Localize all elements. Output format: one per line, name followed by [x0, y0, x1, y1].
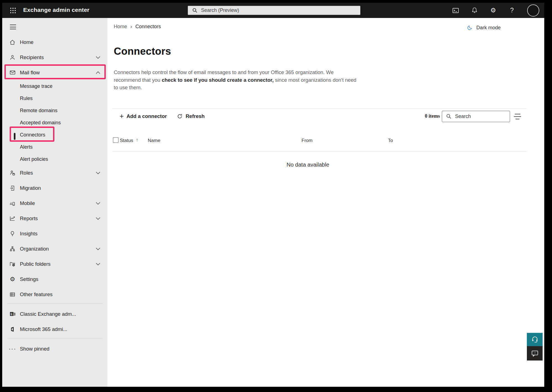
sidebar-item-show-pinned[interactable]: ··· Show pinned	[2, 341, 107, 356]
chevron-down-icon	[96, 56, 100, 59]
sidebar-item-accepted-domains[interactable]: Accepted domains	[2, 117, 107, 129]
folder-globe-icon	[9, 261, 16, 267]
help-icon[interactable]: ?	[508, 7, 516, 14]
sidebar-item-mobile[interactable]: Mobile	[2, 196, 107, 211]
mail-icon	[9, 69, 16, 76]
chevron-down-icon	[96, 217, 100, 220]
headset-icon	[531, 336, 539, 343]
lightbulb-icon	[9, 230, 16, 237]
toolbar: + Add a connector Refresh	[120, 111, 205, 122]
org-chart-icon	[9, 246, 16, 252]
roles-person-icon	[9, 170, 16, 176]
column-header-status[interactable]: Status	[120, 138, 133, 143]
select-all-checkbox[interactable]	[113, 137, 118, 143]
person-icon	[9, 54, 16, 61]
column-header-name[interactable]: Name	[148, 138, 160, 143]
items-count: 0 items	[425, 113, 440, 119]
selected-item-indicator	[14, 133, 15, 140]
sidebar-item-settings[interactable]: ⚙ Settings	[2, 272, 107, 287]
refresh-button[interactable]: Refresh	[177, 113, 205, 119]
chevron-up-icon	[96, 71, 100, 74]
create-connector-check-link[interactable]: check to see if you should create a conn…	[162, 77, 274, 83]
plus-icon: +	[120, 112, 124, 120]
breadcrumb-current: Connectors	[135, 24, 161, 30]
sidebar-nav: Home Recipients Mail flow	[2, 18, 107, 387]
chevron-down-icon	[96, 248, 100, 250]
screenshot-frame: Exchange admin center ⚙	[0, 0, 552, 392]
column-header-from[interactable]: From	[302, 138, 313, 143]
toolbar-top-divider	[112, 108, 527, 109]
sidebar-item-roles[interactable]: Roles	[2, 165, 107, 180]
column-header-to[interactable]: To	[388, 138, 393, 143]
empty-state-text: No data available	[107, 162, 508, 168]
sidebar-item-microsoft-365-admin[interactable]: Microsoft 365 admi...	[2, 322, 107, 337]
app-launcher-waffle-icon[interactable]	[10, 7, 16, 14]
breadcrumb: Home › Connectors	[114, 23, 161, 30]
mobile-devices-icon	[9, 200, 16, 207]
sidebar-item-reports[interactable]: Reports	[2, 211, 107, 226]
table-search-box[interactable]	[442, 111, 510, 122]
table-header-divider	[112, 151, 527, 151]
account-avatar[interactable]	[527, 4, 539, 17]
sidebar-item-alerts[interactable]: Alerts	[2, 141, 107, 153]
feedback-chat-icon	[531, 349, 539, 357]
notifications-bell-icon[interactable]	[471, 7, 478, 14]
sidebar-item-recipients[interactable]: Recipients	[2, 50, 107, 65]
app-title: Exchange admin center	[23, 7, 89, 13]
sidebar-item-other-features[interactable]: Other features	[2, 287, 107, 302]
chevron-down-icon	[96, 202, 100, 205]
settings-gear-icon[interactable]: ⚙	[490, 7, 497, 14]
app-window: Exchange admin center ⚙	[2, 3, 544, 387]
migration-icon	[9, 185, 16, 191]
breadcrumb-chevron-icon: ›	[130, 23, 132, 30]
search-icon	[192, 8, 198, 13]
sidebar-item-migration[interactable]: Migration	[2, 180, 107, 196]
home-icon	[9, 39, 16, 46]
dark-mode-label: Dark mode	[476, 25, 501, 31]
table-search-input[interactable]	[455, 114, 502, 119]
sidebar-item-connectors[interactable]: Connectors	[2, 129, 107, 141]
sidebar-item-insights[interactable]: Insights	[2, 226, 107, 241]
topbar: Exchange admin center ⚙	[2, 3, 544, 18]
help-support-button[interactable]	[527, 333, 543, 346]
add-connector-button[interactable]: + Add a connector	[120, 113, 167, 120]
sidebar-item-alert-policies[interactable]: Alert policies	[2, 153, 107, 165]
sidebar-item-mail-flow[interactable]: Mail flow	[2, 65, 107, 80]
sidebar-item-remote-domains[interactable]: Remote domains	[2, 104, 107, 117]
svg-text:E: E	[10, 313, 12, 316]
sidebar-item-rules[interactable]: Rules	[2, 92, 107, 104]
sidebar-item-home[interactable]: Home	[2, 35, 107, 50]
microsoft-365-logo-icon	[9, 326, 16, 333]
classic-exchange-logo-icon: E	[9, 311, 16, 317]
sidebar-item-public-folders[interactable]: Public folders	[2, 256, 107, 272]
moon-icon	[467, 25, 473, 31]
sidebar-item-classic-exchange[interactable]: E Classic Exchange adm...	[2, 306, 107, 322]
filter-icon[interactable]	[514, 114, 521, 119]
sidebar-item-message-trace[interactable]: Message trace	[2, 80, 107, 92]
gear-icon: ⚙	[9, 276, 16, 283]
table-header-row: Status ↑ Name From To	[107, 137, 544, 147]
refresh-icon	[177, 113, 183, 119]
cloud-shell-icon[interactable]	[452, 7, 459, 14]
main-content: Home › Connectors Dark mode Connectors C…	[107, 18, 544, 387]
sort-ascending-icon[interactable]: ↑	[136, 137, 138, 143]
chevron-down-icon	[96, 263, 100, 265]
ellipsis-icon: ···	[9, 346, 16, 352]
page-description: Connectors help control the flow of emai…	[114, 69, 359, 91]
chevron-down-icon	[96, 172, 100, 174]
breadcrumb-home-link[interactable]: Home	[114, 24, 127, 30]
grid-table-icon	[9, 291, 16, 298]
dark-mode-toggle[interactable]: Dark mode	[467, 25, 501, 31]
sidebar-item-organization[interactable]: Organization	[2, 241, 107, 256]
sidebar-divider	[7, 338, 102, 338]
reports-chart-icon	[9, 215, 16, 222]
sidebar-divider	[7, 303, 102, 304]
page-title: Connectors	[114, 46, 171, 57]
feedback-button[interactable]	[527, 346, 543, 361]
global-search-input[interactable]	[201, 7, 350, 13]
search-icon	[446, 114, 452, 119]
hamburger-menu-icon[interactable]	[10, 25, 16, 29]
global-search-box[interactable]	[188, 6, 360, 15]
